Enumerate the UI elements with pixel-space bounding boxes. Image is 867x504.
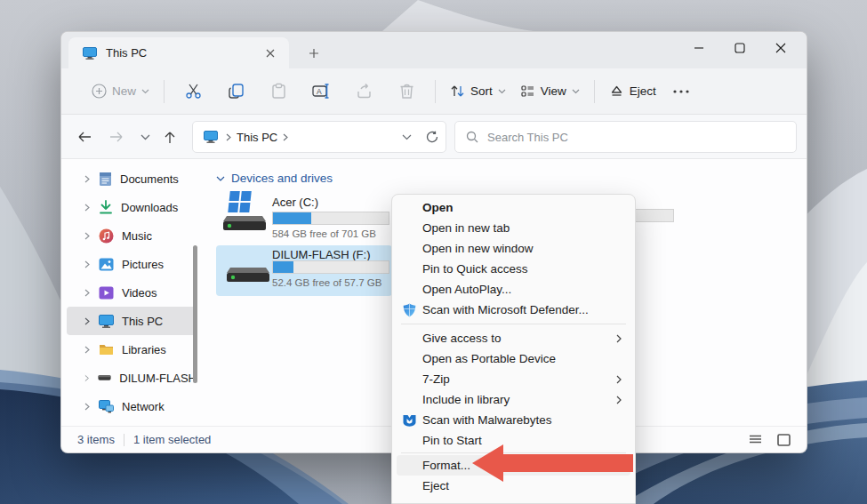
menu-item-open-in-new-tab[interactable]: Open in new tab [397, 218, 630, 238]
menu-item-pin-to-quick-access[interactable]: Pin to Quick access [397, 259, 630, 279]
paste-button[interactable] [257, 76, 300, 107]
search-icon [466, 131, 478, 143]
expand-chevron-icon [84, 346, 90, 354]
sidebar-item-dilum-flash[interactable]: DILUM-FLASH [67, 364, 197, 392]
address-row: This PC [61, 115, 807, 159]
collapse-chevron-icon [216, 176, 225, 181]
more-options-button[interactable] [663, 76, 699, 107]
pictures-icon [99, 257, 114, 272]
capacity-bar [272, 212, 389, 225]
new-tab-button[interactable] [303, 43, 325, 64]
sort-button[interactable]: Sort [443, 78, 513, 104]
ellipsis-icon [673, 90, 689, 93]
expand-chevron-icon [84, 260, 90, 268]
minimize-button[interactable] [678, 34, 719, 62]
defender-shield-icon [403, 303, 416, 317]
expand-chevron-icon [84, 317, 90, 325]
sidebar-item-libraries[interactable]: Libraries [67, 335, 197, 364]
status-divider [124, 434, 124, 446]
menu-item-open-as-portable-device[interactable]: Open as Portable Device [397, 348, 630, 369]
sidebar-item-downloads[interactable]: Downloads [67, 193, 197, 221]
expand-chevron-icon [84, 204, 90, 212]
sidebar-item-music[interactable]: Music [67, 221, 197, 250]
menu-item-include-in-library[interactable]: Include in library [397, 389, 630, 410]
expand-chevron-icon [84, 374, 89, 382]
monitor-icon [83, 47, 97, 60]
breadcrumb-chevron-icon [226, 133, 231, 141]
up-button[interactable] [157, 124, 182, 149]
share-button[interactable] [342, 76, 385, 107]
new-button[interactable]: New [84, 78, 157, 104]
videos-icon [99, 285, 114, 300]
usb-drive-icon [98, 373, 111, 382]
expand-chevron-icon [84, 175, 90, 183]
command-toolbar: New A Sort View [61, 68, 807, 115]
downloads-icon [99, 200, 113, 214]
capacity-bar-fill [273, 212, 311, 224]
search-input[interactable] [487, 131, 785, 144]
copy-button[interactable] [214, 76, 257, 107]
tab-close-icon[interactable] [261, 44, 280, 63]
sidebar-item-pictures[interactable]: Pictures [67, 250, 197, 278]
svg-text:A: A [317, 87, 322, 96]
chevron-down-icon [572, 89, 580, 94]
recent-locations-button[interactable] [132, 124, 157, 149]
rename-button[interactable]: A [300, 76, 342, 107]
view-button[interactable]: View [513, 78, 587, 104]
eject-icon [609, 84, 624, 99]
this-pc-icon [99, 315, 114, 328]
menu-item-open-in-new-window[interactable]: Open in new window [397, 238, 630, 259]
drive-name: Acer (C:) [272, 196, 318, 209]
menu-item-scan-with-microsoft-defender[interactable]: Scan with Microsoft Defender... [397, 300, 630, 320]
eject-button[interactable]: Eject [602, 78, 663, 104]
tab-this-pc[interactable]: This PC [68, 37, 289, 68]
menu-item-7-zip[interactable]: 7-Zip [397, 369, 630, 389]
format-callout-arrow [467, 440, 640, 486]
sidebar-scrollbar[interactable] [193, 245, 197, 383]
libraries-icon [99, 343, 114, 356]
sidebar-item-network[interactable]: Network [67, 392, 197, 420]
maximize-button[interactable] [719, 34, 760, 62]
details-view-button[interactable] [746, 431, 764, 449]
tab-title: This PC [106, 46, 261, 60]
breadcrumb-chevron-icon [283, 133, 288, 141]
address-bar[interactable]: This PC [192, 121, 446, 153]
delete-button[interactable] [385, 76, 428, 107]
documents-icon [99, 172, 112, 187]
forward-button[interactable] [104, 124, 129, 149]
capacity-bar [272, 260, 389, 274]
expand-chevron-icon [84, 232, 90, 240]
search-box [454, 121, 797, 153]
menu-item-open-autoplay[interactable]: Open AutoPlay... [397, 279, 630, 300]
refresh-icon[interactable] [426, 131, 438, 143]
music-icon [99, 228, 114, 244]
group-header-devices-and-drives[interactable]: Devices and drives [216, 172, 333, 185]
monitor-icon [204, 131, 218, 143]
sort-arrows-icon [450, 84, 465, 99]
tab-bar: This PC [61, 32, 807, 68]
menu-item-scan-with-malwarebytes[interactable]: Scan with Malwarebytes [397, 410, 630, 430]
plus-circle-icon [92, 84, 107, 99]
drive-name: DILUM-FLASH (F:) [272, 248, 371, 261]
sidebar-item-documents[interactable]: Documents [67, 164, 197, 193]
menu-item-open[interactable]: Open [397, 197, 630, 218]
selection-count: 1 item selected [133, 433, 211, 446]
menu-item-give-access-to[interactable]: Give access to [397, 328, 630, 348]
submenu-chevron-icon [616, 375, 622, 384]
network-icon [99, 400, 114, 413]
back-button[interactable] [72, 124, 97, 149]
list-view-icon [749, 435, 762, 445]
cut-button[interactable] [172, 76, 214, 107]
capacity-text: 584 GB free of 701 GB [272, 228, 376, 239]
sidebar-item-this-pc[interactable]: This PC [67, 307, 197, 335]
sidebar-item-videos[interactable]: Videos [67, 278, 197, 307]
items-count: 3 items [77, 433, 115, 446]
chevron-down-icon [498, 89, 506, 94]
toolbar-separator [164, 80, 165, 103]
malwarebytes-icon [403, 414, 416, 427]
address-dropdown-icon[interactable] [402, 134, 412, 140]
expand-chevron-icon [84, 403, 90, 411]
breadcrumb[interactable]: This PC [237, 131, 277, 144]
close-button[interactable] [760, 34, 801, 62]
large-icons-view-button[interactable] [775, 431, 792, 449]
